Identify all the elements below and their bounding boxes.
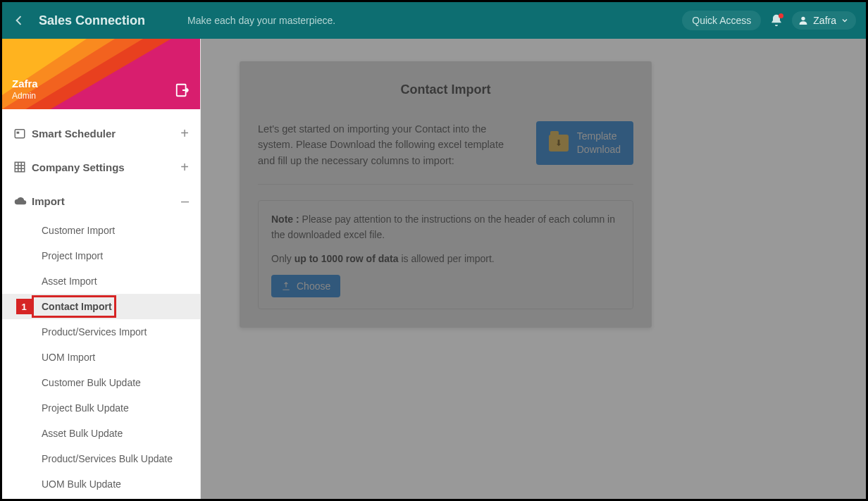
dim-overlay	[201, 39, 866, 499]
app-header: Sales Connection Make each day your mast…	[2, 2, 866, 39]
sidebar-item[interactable]: Customer Bulk Update	[2, 370, 200, 395]
svg-rect-7	[15, 130, 25, 138]
user-icon	[798, 15, 809, 26]
logout-icon[interactable]	[175, 82, 190, 98]
svg-rect-8	[17, 132, 20, 134]
sidebar-item[interactable]: UOM Bulk Update	[2, 471, 200, 497]
chevron-down-icon	[841, 16, 849, 25]
quick-access-button[interactable]: Quick Access	[682, 11, 761, 30]
sidebar: Zafra Admin Smart Scheduler +	[2, 39, 201, 499]
user-name-label: Zafra	[813, 15, 836, 26]
import-submenu: Customer ImportProject ImportAsset Impor…	[2, 218, 200, 497]
menu-import[interactable]: Import –	[2, 184, 200, 218]
sidebar-item-contact-import[interactable]: Contact Import	[2, 294, 200, 319]
main-area: Contact Import Let's get started on impo…	[201, 39, 866, 499]
sidebar-item[interactable]: Asset Bulk Update	[2, 421, 200, 446]
sidebar-item[interactable]: Customer Import	[2, 218, 200, 243]
profile-name: Zafra	[12, 78, 38, 89]
brand-title: Sales Connection	[39, 13, 145, 28]
profile-role: Admin	[12, 91, 36, 101]
expand-plus-icon[interactable]: +	[180, 159, 189, 175]
notifications-bell-icon[interactable]	[769, 13, 783, 27]
cloud-upload-icon	[13, 194, 32, 207]
sidebar-item[interactable]: Asset Import	[2, 268, 200, 294]
sidebar-menu: Smart Scheduler + Company Settings + Imp…	[2, 109, 200, 497]
grid-icon	[13, 161, 32, 173]
profile-card: Zafra Admin	[2, 39, 200, 109]
menu-company-settings[interactable]: Company Settings +	[2, 150, 200, 184]
tagline-text: Make each day your masterpiece.	[187, 15, 335, 26]
svg-point-0	[802, 17, 805, 20]
menu-smart-scheduler[interactable]: Smart Scheduler +	[2, 116, 200, 150]
svg-rect-9	[15, 162, 25, 172]
user-menu[interactable]: Zafra	[792, 11, 856, 30]
collapse-minus-icon[interactable]: –	[181, 193, 189, 209]
menu-label: Smart Scheduler	[32, 128, 180, 140]
back-arrow-icon[interactable]	[12, 13, 26, 27]
calendar-icon	[13, 127, 32, 140]
menu-label: Import	[32, 195, 181, 207]
callout-number: 1	[16, 299, 32, 314]
menu-label: Company Settings	[32, 161, 180, 173]
sidebar-item[interactable]: Project Bulk Update	[2, 395, 200, 421]
expand-plus-icon[interactable]: +	[180, 125, 189, 142]
sidebar-item[interactable]: UOM Import	[2, 345, 200, 370]
sidebar-item[interactable]: Project Import	[2, 243, 200, 268]
sidebar-item[interactable]: Product/Services Bulk Update	[2, 446, 200, 471]
sidebar-item[interactable]: Product/Services Import	[2, 319, 200, 345]
